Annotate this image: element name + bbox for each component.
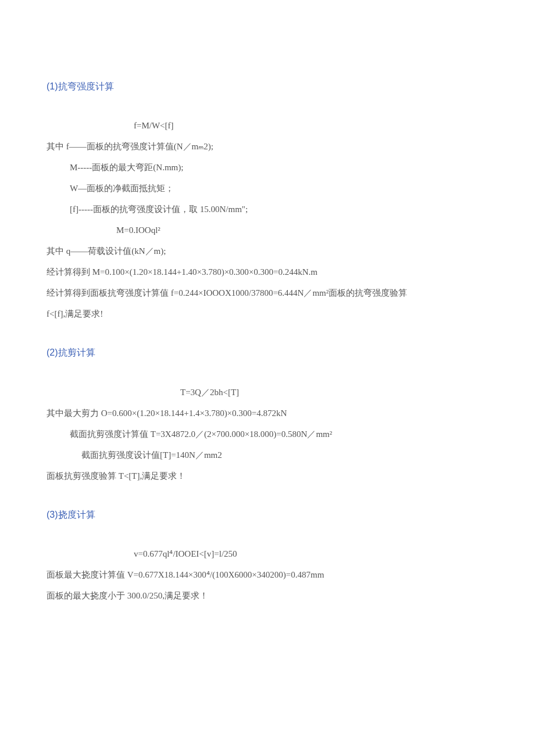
text-line: 截面抗剪强度设计值[T]=140N／mm2	[47, 445, 488, 465]
text-line: 经计算得到 M=0.100×(1.20×18.144+1.40×3.780)×0…	[47, 261, 488, 282]
text-line: 其中 f——面板的抗弯强度计算值(N／mₘ2);	[47, 136, 488, 157]
text-line: 截面抗剪强度计算值 T=3X4872.0／(2×700.000×18.000)=…	[47, 424, 488, 445]
text-line: M-----面板的最大弯距(N.mm);	[47, 157, 488, 178]
formula-s2-1: T=3Q／2bh<[T]	[47, 382, 488, 403]
text-line: 面板最大挠度计算值 V=0.677X18.144×300⁴/(100X6000×…	[47, 564, 488, 585]
text-line: [f]-----面板的抗弯强度设计值，取 15.00N/mm";	[47, 199, 488, 220]
text-line: 面板的最大挠度小于 300.0/250,满足要求！	[47, 585, 488, 606]
formula-s1-2: M=0.IOOql²	[47, 220, 488, 241]
section-3-heading: (3)挠度计算	[47, 504, 488, 526]
text-line: 面板抗剪强度验算 T<[T],满足要求！	[47, 465, 488, 486]
text-line: 其中 q——荷载设计值(kN／m);	[47, 241, 488, 261]
text-line: 经计算得到面板抗弯强度计算值 f=0.244×IOOOX1000/37800=6…	[47, 282, 488, 303]
formula-s3-1: v=0.677ql⁴/IOOEI<[v]=l/250	[47, 543, 488, 564]
section-1-heading: (1)抗弯强度计算	[47, 76, 488, 98]
text-line: W—面板的净截面抵抗矩；	[47, 178, 488, 199]
formula-s1-1: f=M/W<[f]	[47, 115, 488, 136]
section-2-heading: (2)抗剪计算	[47, 342, 488, 364]
text-line: f<[f],满足要求!	[47, 303, 488, 324]
text-line: 其中最大剪力 O=0.600×(1.20×18.144+1.4×3.780)×0…	[47, 403, 488, 424]
